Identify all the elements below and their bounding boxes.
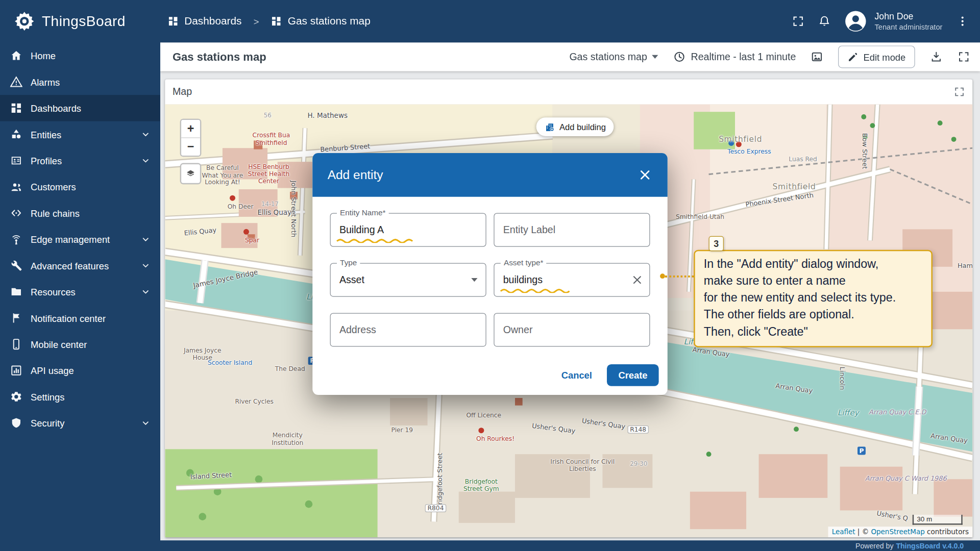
timewindow-button[interactable]: Realtime - last 1 minute <box>673 51 796 63</box>
annotation-line: for the new entity and select its type. <box>704 289 923 306</box>
cancel-button[interactable]: Cancel <box>553 365 601 385</box>
sidebar-item-rule-chains[interactable]: Rule chains <box>0 200 160 226</box>
thingsboard-logo[interactable]: ThingsBoard <box>0 9 156 33</box>
warning-icon <box>10 76 22 88</box>
entity-label-input[interactable] <box>495 214 650 246</box>
owner-field[interactable] <box>494 313 650 346</box>
flag-icon <box>10 312 22 324</box>
zoom-out-button[interactable]: − <box>181 137 200 156</box>
map-label: Bow Street <box>861 133 869 169</box>
sidebar-item-security[interactable]: Security <box>0 410 160 436</box>
chevron-down-icon <box>140 129 151 140</box>
dashboard-state-value: Gas stations map <box>569 51 647 62</box>
asset-type-field[interactable]: Asset type* <box>494 263 650 297</box>
sidebar-item-mobile-center[interactable]: Mobile center <box>0 331 160 357</box>
map-label: Usher's Quay <box>531 422 576 435</box>
map-label: Be Careful What You are Looking At! <box>198 164 248 186</box>
map-label: Arran Quay C Ward 1986 <box>865 474 947 482</box>
add-building-button[interactable]: Add building <box>536 117 614 136</box>
create-button[interactable]: Create <box>607 364 658 386</box>
zoom-in-button[interactable]: + <box>181 120 200 137</box>
sidebar-item-label: Home <box>31 51 151 61</box>
user-meta: John Doe Tenant administrator <box>874 11 942 32</box>
map-zoom-control: + − <box>180 119 202 157</box>
dialog-header: Add entity <box>312 153 668 197</box>
breadcrumb-current[interactable]: Gas stations map <box>288 15 371 27</box>
map-label: R804 <box>425 504 447 512</box>
type-field[interactable]: Type Asset <box>330 263 486 297</box>
chevron-down-icon <box>140 234 151 245</box>
map-layers-button[interactable] <box>180 163 202 185</box>
edit-mode-button[interactable]: Edit mode <box>839 45 915 68</box>
sidebar-item-advanced-features[interactable]: Advanced features <box>0 253 160 279</box>
entity-name-label: Entity Name* <box>337 209 389 218</box>
sidebar-item-notification-center[interactable]: Notification center <box>0 305 160 331</box>
sidebar-item-resources[interactable]: Resources <box>0 279 160 305</box>
breadcrumb: Dashboards > Gas stations map <box>167 15 371 27</box>
sidebar-item-api-usage[interactable]: API usage <box>0 357 160 383</box>
leaflet-link[interactable]: Leaflet <box>832 528 855 536</box>
dashboards-icon <box>167 16 179 27</box>
attribution-separator: | <box>857 528 860 536</box>
close-icon[interactable] <box>638 167 652 182</box>
address-field[interactable] <box>330 313 486 346</box>
folder-icon <box>10 286 22 298</box>
sidebar-item-settings[interactable]: Settings <box>0 384 160 410</box>
map-label: The Dead <box>275 365 305 372</box>
map-label: Liffey <box>838 408 859 417</box>
map-label: P <box>857 447 866 455</box>
sidebar-item-dashboards[interactable]: Dashboards <box>0 95 160 121</box>
map-label: Hamm <box>958 262 972 269</box>
asset-type-input[interactable] <box>495 264 650 296</box>
map-label: Spar <box>245 237 259 243</box>
sidebar-item-profiles[interactable]: Profiles <box>0 147 160 173</box>
map-label: Ellis Quay <box>184 226 217 237</box>
notifications-button[interactable] <box>818 15 830 27</box>
sidebar-item-entities[interactable]: Entities <box>0 121 160 147</box>
sidebar-item-label: Profiles <box>31 155 140 166</box>
map-label: Off Licence <box>466 412 501 418</box>
map-label: Tesco Express <box>727 148 771 155</box>
dashboard-icon <box>271 16 282 27</box>
download-button[interactable] <box>930 51 942 63</box>
entity-name-input[interactable] <box>331 214 486 246</box>
thingsboard-version-link[interactable]: ThingsBoard v.4.0.0 <box>896 542 964 549</box>
image-export-button[interactable] <box>811 51 823 63</box>
user-menu[interactable]: John Doe Tenant administrator <box>845 10 943 33</box>
map-label: Arran Quay <box>930 432 968 444</box>
type-select[interactable]: Asset <box>331 264 486 296</box>
entity-name-field[interactable]: Entity Name* <box>330 213 486 247</box>
entity-label-field[interactable] <box>494 213 650 247</box>
photo-icon <box>811 51 823 63</box>
dialog-actions: Cancel Create <box>312 363 668 394</box>
clear-icon[interactable] <box>631 273 644 287</box>
map-label: HSE Benburb Street Health Center <box>244 163 294 185</box>
thingsboard-logo-icon <box>12 9 36 33</box>
dialog-title: Add entity <box>328 168 638 182</box>
sidebar-item-home[interactable]: Home <box>0 42 160 68</box>
osm-link[interactable]: OpenStreetMap <box>871 528 924 536</box>
owner-input[interactable] <box>495 314 650 346</box>
user-role: Tenant administrator <box>874 22 942 32</box>
fullscreen-button[interactable] <box>792 15 804 27</box>
sidebar-item-edge-management[interactable]: Edge management <box>0 226 160 252</box>
footer: Powered by ThingsBoard v.4.0.0 <box>160 540 980 551</box>
more-menu-button[interactable] <box>956 15 968 27</box>
top-bar-actions: John Doe Tenant administrator <box>792 10 980 33</box>
map-label: John Street North <box>290 181 298 237</box>
map-label: Smithfield <box>772 182 816 191</box>
sidebar-item-label: API usage <box>31 365 151 376</box>
download-icon <box>930 51 942 63</box>
map-label: R148 <box>627 425 649 434</box>
dashboard-state-select[interactable]: Gas stations map <box>569 51 658 62</box>
breadcrumb-root[interactable]: Dashboards <box>184 15 241 27</box>
widget-fullscreen-button[interactable] <box>954 86 965 97</box>
map-label: Bridgefoot Street Gym <box>456 478 506 492</box>
entities-icon <box>10 128 22 140</box>
sidebar-item-customers[interactable]: Customers <box>0 173 160 199</box>
sidebar-item-alarms[interactable]: Alarms <box>0 69 160 95</box>
layers-icon <box>186 169 196 179</box>
address-input[interactable] <box>331 314 486 346</box>
toolbar-fullscreen-button[interactable] <box>958 51 970 63</box>
add-entity-dialog: Add entity Entity Name* Type Asset <box>312 153 668 395</box>
